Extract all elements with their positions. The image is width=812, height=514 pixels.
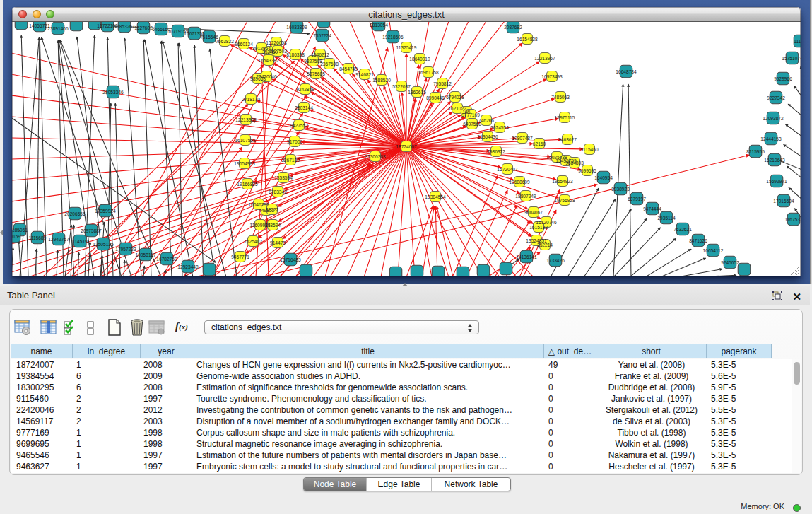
svg-text:8215955: 8215955 xyxy=(746,149,765,154)
svg-text:14136141: 14136141 xyxy=(516,255,537,259)
svg-text:16782759: 16782759 xyxy=(156,257,177,262)
svg-text:185061: 185061 xyxy=(12,228,28,233)
svg-text:10688609: 10688609 xyxy=(509,180,530,185)
svg-text:8783342: 8783342 xyxy=(269,189,287,194)
svg-text:12093872: 12093872 xyxy=(763,116,784,121)
svg-text:9529966: 9529966 xyxy=(774,76,792,81)
svg-text:9684803: 9684803 xyxy=(565,160,584,165)
svg-text:7625402: 7625402 xyxy=(244,239,262,244)
svg-text:8938923: 8938923 xyxy=(611,187,630,192)
svg-text:1640954: 1640954 xyxy=(594,175,613,180)
svg-text:9660124: 9660124 xyxy=(235,42,253,47)
svg-text:10958117: 10958117 xyxy=(136,252,156,257)
svg-text:18640910: 18640910 xyxy=(409,57,430,62)
svg-text:18724007: 18724007 xyxy=(396,144,417,149)
svg-text:12444153: 12444153 xyxy=(760,136,782,141)
svg-text:62160: 62160 xyxy=(533,141,546,146)
svg-text:19218506: 19218506 xyxy=(382,35,404,40)
svg-text:917006: 917006 xyxy=(287,139,302,144)
svg-text:1327503: 1327503 xyxy=(269,49,287,54)
svg-text:114519: 114519 xyxy=(72,239,88,244)
svg-text:12923448: 12923448 xyxy=(177,264,199,269)
svg-text:8813054: 8813054 xyxy=(370,23,388,28)
svg-text:9245652: 9245652 xyxy=(721,260,739,265)
svg-text:9463627: 9463627 xyxy=(558,137,577,142)
svg-text:19166825: 19166825 xyxy=(237,182,258,187)
svg-text:9115460: 9115460 xyxy=(580,147,599,152)
svg-text:15751074: 15751074 xyxy=(782,56,801,61)
svg-text:7485063: 7485063 xyxy=(551,95,570,100)
svg-text:8427552: 8427552 xyxy=(290,123,308,128)
svg-text:19384554: 19384554 xyxy=(425,194,446,199)
svg-text:23420046: 23420046 xyxy=(256,74,277,79)
svg-text:17957223: 17957223 xyxy=(115,247,136,252)
svg-text:10654112: 10654112 xyxy=(703,248,724,253)
svg-text:9227342: 9227342 xyxy=(767,95,785,100)
svg-text:1615132: 1615132 xyxy=(529,225,548,230)
svg-text:11172: 11172 xyxy=(794,39,801,44)
svg-text:9457771: 9457771 xyxy=(231,255,249,259)
svg-text:1733426: 1733426 xyxy=(546,258,565,263)
svg-text:17359924: 17359924 xyxy=(95,209,116,214)
svg-text:5322037: 5322037 xyxy=(392,84,411,89)
svg-text:21364436: 21364436 xyxy=(477,134,498,139)
svg-text:1115689: 1115689 xyxy=(29,235,47,240)
svg-text:6794028: 6794028 xyxy=(446,95,464,100)
svg-text:12213369: 12213369 xyxy=(235,117,257,122)
svg-text:2935114: 2935114 xyxy=(657,216,676,221)
svg-text:20975887: 20975887 xyxy=(81,228,102,233)
svg-text:8186328: 8186328 xyxy=(286,52,305,57)
svg-text:1353594: 1353594 xyxy=(274,175,293,180)
svg-text:7663822: 7663822 xyxy=(216,39,234,44)
svg-text:39159: 39159 xyxy=(12,234,20,239)
svg-text:9242848: 9242848 xyxy=(296,87,314,92)
svg-text:914479: 914479 xyxy=(270,240,286,245)
svg-text:16210643: 16210643 xyxy=(764,158,785,163)
svg-text:15716485: 15716485 xyxy=(280,257,301,262)
svg-text:9699695: 9699695 xyxy=(578,168,596,173)
svg-text:23300203: 23300203 xyxy=(365,154,386,159)
svg-text:2803144: 2803144 xyxy=(295,105,313,110)
svg-text:12213967: 12213967 xyxy=(534,56,555,61)
svg-text:16543382: 16543382 xyxy=(258,58,279,63)
svg-text:28053346: 28053346 xyxy=(102,90,124,95)
svg-text:12975115: 12975115 xyxy=(555,115,575,120)
svg-text:9146821: 9146821 xyxy=(355,72,374,77)
svg-text:8454749: 8454749 xyxy=(339,66,358,71)
svg-text:1588520: 1588520 xyxy=(372,78,391,83)
svg-text:7986322: 7986322 xyxy=(487,149,505,154)
svg-text:19756928: 19756928 xyxy=(554,198,575,203)
svg-text:12942757: 12942757 xyxy=(48,237,69,242)
svg-text:11325419: 11325419 xyxy=(396,45,417,50)
svg-text:7632621: 7632621 xyxy=(673,227,692,232)
svg-text:9777169: 9777169 xyxy=(461,112,480,117)
svg-text:16961758: 16961758 xyxy=(418,70,439,75)
svg-text:5875685: 5875685 xyxy=(307,71,325,76)
svg-text:8471626: 8471626 xyxy=(689,238,707,243)
svg-text:1167533: 1167533 xyxy=(784,217,801,222)
svg-text:3267130: 3267130 xyxy=(281,158,300,163)
svg-text:16648784: 16648784 xyxy=(616,69,637,74)
svg-text:12505135: 12505135 xyxy=(93,242,114,247)
svg-text:16154838: 16154838 xyxy=(517,37,538,42)
svg-text:1546212: 1546212 xyxy=(311,52,329,57)
svg-text:1362615: 1362615 xyxy=(408,90,426,95)
svg-text:10973493: 10973493 xyxy=(541,74,563,79)
svg-text:7357224: 7357224 xyxy=(313,33,331,38)
svg-text:16033809: 16033809 xyxy=(286,25,307,30)
svg-text:7955812: 7955812 xyxy=(433,81,452,86)
svg-text:18807249: 18807249 xyxy=(515,194,536,199)
svg-text:153594: 153594 xyxy=(265,223,281,228)
svg-text:1527602: 1527602 xyxy=(134,25,153,30)
svg-text:19654985: 19654985 xyxy=(234,161,255,166)
svg-text:2367608: 2367608 xyxy=(320,62,339,66)
svg-text:10046755: 10046755 xyxy=(248,202,269,207)
svg-text:2087682: 2087682 xyxy=(504,25,522,30)
svg-text:17016504: 17016504 xyxy=(773,199,794,204)
svg-text:16120746: 16120746 xyxy=(536,220,557,225)
svg-text:10853267: 10853267 xyxy=(114,24,135,29)
svg-text:9084067: 9084067 xyxy=(524,210,543,215)
svg-text:15226058: 15226058 xyxy=(266,40,287,45)
svg-text:19654923: 19654923 xyxy=(552,179,573,184)
svg-text:20206556: 20206556 xyxy=(64,211,86,216)
